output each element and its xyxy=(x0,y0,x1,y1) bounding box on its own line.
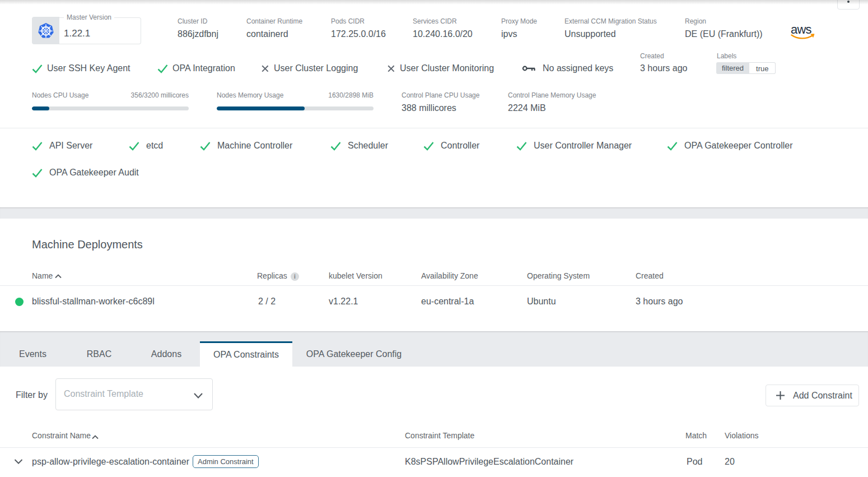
svg-text:aws: aws xyxy=(791,22,812,36)
